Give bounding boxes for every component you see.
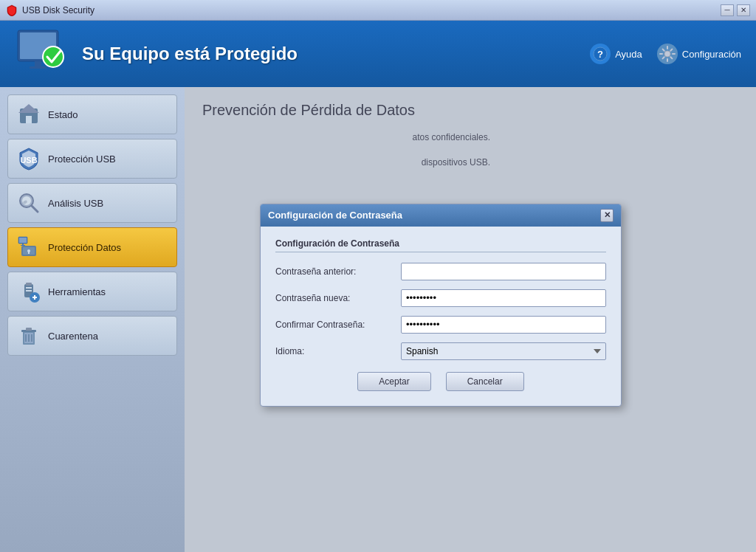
contrasena-anterior-label: Contraseña anterior: — [275, 266, 401, 277]
sidebar-item-cuarentena[interactable]: Cuarentena — [7, 316, 177, 356]
contrasena-nueva-input[interactable] — [401, 289, 606, 307]
svg-rect-21 — [19, 238, 27, 243]
svg-rect-34 — [26, 328, 32, 331]
ayuda-label: Ayuda — [615, 49, 642, 60]
gear-icon — [657, 44, 678, 64]
sidebar-item-proteccion-datos[interactable]: Protección Datos — [7, 227, 177, 267]
monitor-icon — [15, 27, 70, 80]
dialog-titlebar: Configuración de Contraseña ✕ — [261, 204, 621, 227]
shield-usb-icon: USB — [17, 147, 41, 170]
svg-rect-22 — [22, 244, 24, 245]
password-dialog: Configuración de Contraseña ✕ Configurac… — [260, 204, 622, 407]
dialog-title: Configuración de Contraseña — [268, 210, 402, 221]
dialog-section-label: Configuración de Contraseña — [275, 238, 606, 252]
svg-rect-27 — [26, 290, 32, 291]
confirmar-input[interactable] — [401, 316, 606, 334]
contrasena-nueva-row: Contraseña nueva: — [275, 289, 606, 307]
dialog-body: Configuración de Contraseña Contraseña a… — [261, 227, 621, 406]
sidebar-item-herramientas[interactable]: Herramientas — [7, 272, 177, 311]
sidebar-item-estado[interactable]: Estado — [7, 94, 177, 134]
svg-text:USB: USB — [20, 156, 37, 165]
sidebar-label-herramientas: Herramientas — [48, 286, 106, 297]
svg-rect-25 — [26, 283, 32, 286]
sidebar-item-analisis-usb[interactable]: Análisis USB — [7, 183, 177, 223]
app-header: Su Equipo está Protegido ? Ayuda Configu… — [0, 21, 756, 87]
dialog-overlay: Configuración de Contraseña ✕ Configurac… — [185, 87, 756, 552]
confirmar-row: Confirmar Contraseña: — [275, 316, 606, 334]
tools-icon — [17, 280, 41, 303]
idioma-row: Idioma: Spanish English French German It… — [275, 342, 606, 360]
header-right: ? Ayuda Configuración — [590, 44, 741, 64]
aceptar-button[interactable]: Aceptar — [357, 372, 430, 391]
title-bar-title: USB Disk Security — [22, 5, 94, 15]
cancelar-button[interactable]: Cancelar — [446, 372, 524, 391]
title-bar: USB Disk Security ─ ✕ — [0, 0, 756, 21]
svg-rect-26 — [26, 287, 32, 289]
svg-rect-30 — [34, 295, 35, 300]
svg-rect-3 — [30, 66, 47, 69]
contrasena-anterior-input[interactable] — [401, 263, 606, 280]
lock-icon — [17, 235, 41, 259]
svg-rect-19 — [28, 251, 30, 254]
idioma-label: Idioma: — [275, 346, 401, 356]
ayuda-button[interactable]: ? Ayuda — [590, 44, 642, 64]
sidebar-label-analisis-usb: Análisis USB — [48, 198, 103, 209]
content-area: Prevención de Pérdida de Datos atos conf… — [185, 87, 756, 552]
svg-rect-2 — [35, 61, 41, 67]
close-button[interactable]: ✕ — [737, 4, 750, 16]
search-usb-icon — [17, 191, 41, 215]
sidebar-label-proteccion-usb: Protección USB — [48, 153, 116, 165]
title-bar-left: USB Disk Security — [6, 4, 94, 16]
svg-text:?: ? — [597, 49, 603, 60]
svg-rect-10 — [26, 116, 32, 123]
dialog-buttons: Aceptar Cancelar — [275, 372, 606, 391]
configuracion-button[interactable]: Configuración — [657, 44, 741, 64]
minimize-button[interactable]: ─ — [721, 4, 734, 16]
sidebar-item-proteccion-usb[interactable]: USB Protección USB — [7, 139, 177, 179]
idioma-select[interactable]: Spanish English French German Italian Po… — [401, 342, 606, 360]
confirmar-label: Confirmar Contraseña: — [275, 320, 401, 330]
configuracion-label: Configuración — [682, 49, 741, 60]
header-left: Su Equipo está Protegido — [15, 27, 298, 80]
title-bar-controls: ─ ✕ — [721, 4, 750, 16]
sidebar-label-cuarentena: Cuarentena — [48, 331, 98, 342]
contrasena-anterior-row: Contraseña anterior: — [275, 263, 606, 280]
svg-rect-23 — [21, 245, 25, 246]
home-icon — [17, 103, 41, 126]
svg-point-7 — [664, 51, 670, 57]
dialog-close-button[interactable]: ✕ — [600, 209, 614, 222]
svg-point-4 — [43, 46, 63, 67]
app-logo-icon — [6, 4, 18, 16]
help-icon: ? — [590, 44, 611, 64]
trash-icon — [17, 324, 41, 348]
main-area: Estado USB Protección USB Análisis USB — [0, 87, 756, 552]
svg-line-14 — [32, 206, 38, 212]
header-title: Su Equipo está Protegido — [82, 44, 298, 64]
sidebar-label-proteccion-datos: Protección Datos — [48, 242, 121, 253]
sidebar: Estado USB Protección USB Análisis USB — [0, 87, 185, 552]
sidebar-label-estado: Estado — [48, 109, 78, 120]
contrasena-nueva-label: Contraseña nueva: — [275, 293, 401, 303]
